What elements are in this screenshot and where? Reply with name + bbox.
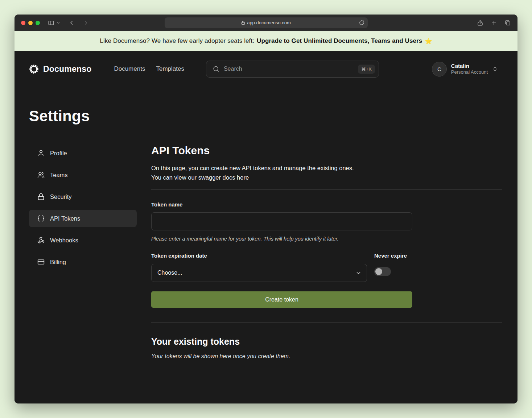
sidebar-item-label: Security xyxy=(50,193,72,200)
titlebar-right-actions xyxy=(477,20,511,26)
zoom-window-button[interactable] xyxy=(36,21,40,25)
forward-button[interactable] xyxy=(83,20,89,26)
star-emoji: ⭐ xyxy=(425,38,432,45)
lock-icon xyxy=(37,193,45,200)
account-type: Personal Account xyxy=(451,69,488,75)
search-placeholder: Search xyxy=(224,66,242,72)
browser-titlebar: app.documenso.com xyxy=(15,15,517,31)
divider xyxy=(151,322,502,323)
sidebar-item-billing[interactable]: Billing xyxy=(29,253,137,271)
expiration-select[interactable]: Choose... xyxy=(151,264,367,282)
lock-icon xyxy=(241,21,245,25)
back-button[interactable] xyxy=(68,20,75,26)
avatar: C xyxy=(432,62,447,77)
sidebar-item-label: Billing xyxy=(50,259,66,266)
app-header: Documenso Documents Templates Search ⌘+K… xyxy=(15,51,517,87)
chevrons-up-down-icon xyxy=(492,66,498,72)
close-window-button[interactable] xyxy=(21,21,25,25)
url-text: app.documenso.com xyxy=(247,20,291,25)
credit-card-icon xyxy=(37,258,45,266)
section-description: On this page, you can create new API tok… xyxy=(151,163,502,182)
never-expire-label: Never expire xyxy=(374,253,412,259)
sidebar-toggle-icon[interactable] xyxy=(48,20,54,26)
chevron-down-icon[interactable] xyxy=(57,21,60,25)
expiration-label: Token expiration date xyxy=(151,253,367,259)
existing-tokens-title: Your existing tokens xyxy=(151,336,502,347)
refresh-icon[interactable] xyxy=(359,20,364,25)
settings-layout: Profile Teams Security xyxy=(15,144,517,360)
promo-banner: Like Documenso? We have few early adopte… xyxy=(15,31,517,51)
sidebar-item-label: Profile xyxy=(50,150,67,157)
divider xyxy=(151,189,502,190)
sidebar-item-security[interactable]: Security xyxy=(29,188,137,205)
browser-window: app.documenso.com Like Documenso? We hav… xyxy=(15,15,517,403)
sidebar-item-teams[interactable]: Teams xyxy=(29,166,137,184)
section-title: API Tokens xyxy=(151,144,502,157)
banner-text: Like Documenso? We have few early adopte… xyxy=(100,37,255,45)
braces-icon xyxy=(37,215,45,222)
sidebar-item-label: Webhooks xyxy=(50,237,78,244)
account-name: Catalin xyxy=(451,63,488,70)
search-shortcut-badge: ⌘+K xyxy=(358,65,375,74)
existing-tokens-empty-text: Your tokens will be shown here once you … xyxy=(151,353,502,360)
never-expire-toggle[interactable] xyxy=(374,267,391,276)
expiration-column: Token expiration date Choose... xyxy=(151,253,367,282)
sidebar-item-webhooks[interactable]: Webhooks xyxy=(29,231,137,249)
search-input[interactable]: Search ⌘+K xyxy=(206,61,379,78)
webhook-icon xyxy=(37,237,45,244)
never-expire-column: Never expire xyxy=(374,253,412,282)
window-controls xyxy=(21,21,40,25)
brand-name: Documenso xyxy=(43,64,91,74)
api-tokens-panel: API Tokens On this page, you can create … xyxy=(151,144,502,360)
expiration-row: Token expiration date Choose... Never ex… xyxy=(151,253,412,282)
documenso-logo-icon xyxy=(29,64,39,74)
search-icon xyxy=(213,66,219,72)
sidebar-item-profile[interactable]: Profile xyxy=(29,144,137,162)
new-tab-icon[interactable] xyxy=(491,20,497,26)
main-nav: Documents Templates xyxy=(114,65,184,73)
description-line2: You can view our swagger docs xyxy=(151,174,235,181)
address-bar[interactable]: app.documenso.com xyxy=(165,17,368,28)
settings-sidebar: Profile Teams Security xyxy=(29,144,137,360)
token-name-hint: Please enter a meaningful name for your … xyxy=(151,236,412,242)
swagger-docs-link[interactable]: here xyxy=(237,174,249,181)
create-token-button[interactable]: Create token xyxy=(151,291,412,308)
expiration-selected-value: Choose... xyxy=(157,270,182,276)
chevron-down-icon xyxy=(355,270,362,276)
account-text: Catalin Personal Account xyxy=(451,63,488,75)
sidebar-item-api-tokens[interactable]: API Tokens xyxy=(29,210,137,227)
existing-tokens-section: Your existing tokens Your tokens will be… xyxy=(151,336,502,360)
description-line1: On this page, you can create new API tok… xyxy=(151,165,354,171)
share-icon[interactable] xyxy=(477,20,483,26)
page-title: Settings xyxy=(15,107,517,125)
toggle-knob xyxy=(375,268,382,275)
account-menu[interactable]: C Catalin Personal Account xyxy=(432,62,498,77)
brand[interactable]: Documenso xyxy=(29,64,91,74)
sidebar-item-label: API Tokens xyxy=(50,215,80,222)
minimize-window-button[interactable] xyxy=(28,21,33,25)
app-content: Documenso Documents Templates Search ⌘+K… xyxy=(15,51,517,403)
nav-templates[interactable]: Templates xyxy=(156,65,184,73)
banner-upgrade-link[interactable]: Upgrade to Get Unlimited Documents, Team… xyxy=(257,37,422,45)
create-token-form: Token name Please enter a meaningful nam… xyxy=(151,201,412,308)
token-name-input[interactable] xyxy=(151,212,412,230)
tab-overview-icon[interactable] xyxy=(504,20,511,26)
sidebar-item-label: Teams xyxy=(50,172,68,179)
token-name-label: Token name xyxy=(151,201,412,208)
nav-documents[interactable]: Documents xyxy=(114,65,145,73)
user-icon xyxy=(37,149,45,157)
users-icon xyxy=(37,171,45,179)
